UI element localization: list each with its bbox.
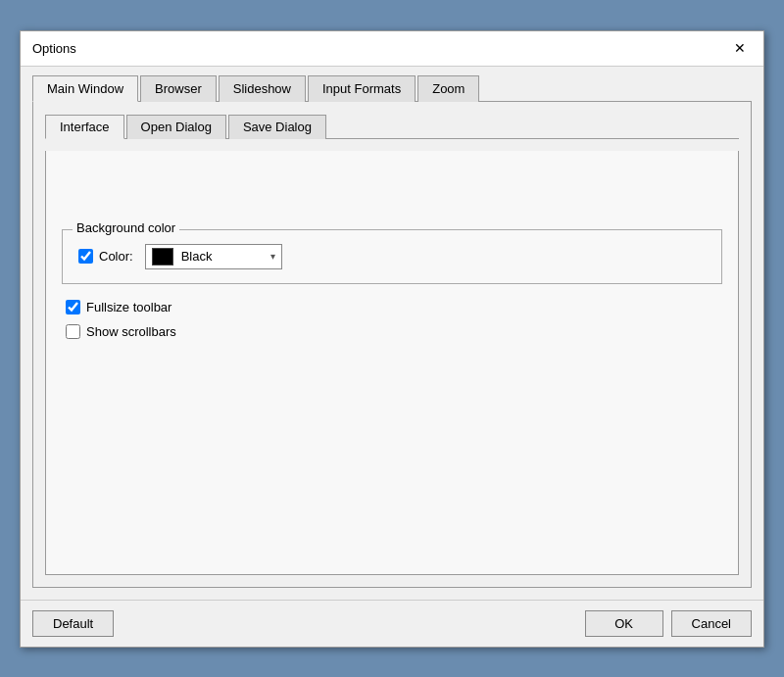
chevron-down-icon: ▾ bbox=[270, 251, 275, 262]
ok-button[interactable]: OK bbox=[585, 610, 663, 637]
tab-main-window[interactable]: Main Window bbox=[32, 75, 138, 102]
spacer bbox=[62, 167, 722, 206]
color-checkbox-label[interactable]: Color: bbox=[78, 249, 133, 264]
window-title: Options bbox=[32, 41, 76, 56]
color-value: Black bbox=[181, 249, 259, 264]
dialog-content: Main Window Browser Slideshow Input Form… bbox=[21, 67, 763, 600]
default-button[interactable]: Default bbox=[32, 610, 114, 637]
options-rows: Fullsize toolbar Show scrollbars bbox=[62, 300, 722, 339]
tab-zoom[interactable]: Zoom bbox=[417, 75, 479, 102]
footer-left: Default bbox=[32, 610, 114, 637]
tab-open-dialog[interactable]: Open Dialog bbox=[126, 115, 226, 139]
top-tabs: Main Window Browser Slideshow Input Form… bbox=[32, 74, 752, 102]
background-color-group: Background color Color: Black ▾ bbox=[62, 229, 722, 284]
tab-input-formats[interactable]: Input Formats bbox=[308, 75, 416, 102]
show-scrollbars-checkbox[interactable] bbox=[66, 324, 80, 339]
title-bar: Options ✕ bbox=[21, 31, 763, 67]
fullsize-toolbar-text: Fullsize toolbar bbox=[86, 300, 172, 314]
color-swatch bbox=[152, 248, 173, 266]
color-checkbox[interactable] bbox=[78, 249, 93, 264]
inner-tabs: Interface Open Dialog Save Dialog bbox=[45, 114, 739, 139]
show-scrollbars-label[interactable]: Show scrollbars bbox=[66, 324, 722, 339]
fullsize-toolbar-label[interactable]: Fullsize toolbar bbox=[66, 300, 722, 314]
interface-panel: Background color Color: Black ▾ bbox=[45, 151, 739, 575]
tab-browser[interactable]: Browser bbox=[140, 75, 217, 102]
color-dropdown[interactable]: Black ▾ bbox=[145, 244, 282, 269]
tab-save-dialog[interactable]: Save Dialog bbox=[228, 115, 326, 139]
fullsize-toolbar-checkbox[interactable] bbox=[66, 300, 80, 314]
main-window-panel: Interface Open Dialog Save Dialog Backgr… bbox=[32, 102, 752, 588]
tab-interface[interactable]: Interface bbox=[45, 115, 124, 139]
dialog-footer: Default OK Cancel bbox=[21, 600, 763, 647]
options-dialog: Options ✕ Main Window Browser Slideshow … bbox=[20, 30, 764, 648]
tab-slideshow[interactable]: Slideshow bbox=[219, 75, 306, 102]
close-button[interactable]: ✕ bbox=[728, 39, 752, 57]
cancel-button[interactable]: Cancel bbox=[671, 610, 752, 637]
group-legend: Background color bbox=[73, 220, 179, 235]
color-label: Color: bbox=[99, 249, 133, 264]
footer-right: OK Cancel bbox=[585, 610, 752, 637]
color-row: Color: Black ▾ bbox=[78, 244, 706, 269]
show-scrollbars-text: Show scrollbars bbox=[86, 324, 176, 339]
